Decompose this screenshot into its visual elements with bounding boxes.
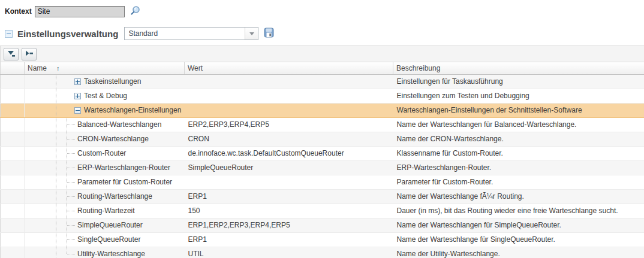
context-bar: Kontext — [5, 5, 644, 18]
tree-connector — [67, 225, 75, 226]
section-collapse-icon[interactable] — [5, 30, 13, 38]
setting-value: ERP1 — [185, 232, 393, 247]
setting-name: SingleQueueRouter — [25, 235, 185, 244]
setting-value — [185, 89, 393, 103]
table-row[interactable]: Test & Debug Einstellungen zum Testen un… — [1, 89, 644, 103]
tree-connector — [67, 168, 75, 168]
save-button[interactable] — [264, 28, 274, 40]
search-icon — [130, 5, 141, 17]
setting-value: ERP1 — [185, 189, 393, 204]
header-spacer — [1, 62, 25, 74]
table-row[interactable]: ERP-Warteschlangen-Router SimpleQueueRou… — [1, 160, 644, 175]
table-row[interactable]: SingleQueueRouter ERP1 Name der Wartesch… — [1, 232, 644, 247]
tree-guide — [56, 175, 56, 189]
setting-name: Custom-Router — [25, 149, 185, 157]
setting-description: Parameter für Custom-Router. — [393, 175, 644, 189]
section-title: Einstellungsverwaltung — [17, 29, 118, 39]
setting-description: Name der CRON-Warteschlange. — [393, 132, 644, 146]
sort-ascending-icon: ↑ — [56, 65, 60, 72]
tree-guide — [67, 247, 67, 254]
expand-row-icon — [25, 50, 34, 59]
setting-name: Warteschlangen-Einstellungen — [25, 106, 185, 114]
tree-guide — [56, 190, 56, 204]
setting-value: CRON — [185, 132, 393, 146]
grid-toolbar — [0, 45, 644, 62]
tree-guide — [56, 233, 56, 247]
setting-description: Name der Utility-Warteschlange. — [393, 247, 644, 258]
setting-name: Test & Debug — [25, 92, 185, 100]
table-row[interactable]: Custom-Router de.innoface.wc.task.Defaul… — [1, 146, 644, 160]
context-input[interactable] — [35, 6, 125, 17]
setting-description: ERP-Warteschlangen-Router. — [393, 160, 644, 175]
context-label: Kontext — [5, 7, 32, 16]
tree-connector — [67, 196, 75, 197]
column-header-beschreibung[interactable]: Beschreibung — [393, 62, 644, 74]
collapse-icon[interactable] — [74, 107, 81, 114]
tree-guide — [56, 204, 56, 218]
dropdown-arrow-icon[interactable] — [245, 28, 258, 40]
setting-name: CRON-Warteschlange — [25, 135, 185, 143]
setting-value — [185, 175, 393, 189]
tree-guide — [56, 147, 56, 160]
setting-name: Utility-Warteschlange — [25, 250, 185, 258]
expand-icon[interactable] — [74, 78, 81, 85]
column-header-name[interactable]: Name↑ — [25, 62, 185, 74]
setting-name: ERP-Warteschlangen-Router — [25, 163, 185, 172]
preset-select[interactable]: Standard — [124, 27, 258, 40]
setting-description: Name der Warteschlangen für Balanced-War… — [393, 117, 644, 132]
setting-name: SimpleQueueRouter — [25, 221, 185, 229]
tree-guide — [56, 247, 56, 258]
expand-row-button[interactable] — [22, 48, 37, 60]
tree-guide — [56, 132, 56, 146]
table-row-selected[interactable]: Warteschlangen-Einstellungen Warteschlan… — [1, 103, 644, 117]
tree-connector — [67, 254, 75, 254]
setting-value: UTIL — [185, 247, 393, 258]
table-row[interactable]: Routing-Wartezeit 150 Dauer (in ms), bit… — [1, 204, 644, 218]
table-row[interactable]: Routing-Warteschlange ERP1 Name der Wart… — [1, 189, 644, 204]
setting-description: Einstellungen für Taskausführung — [393, 74, 644, 89]
setting-value: de.innoface.wc.task.DefaultCustomQueueRo… — [185, 146, 393, 160]
column-header-wert[interactable]: Wert — [185, 62, 393, 74]
tree-connector — [67, 153, 75, 154]
setting-description: Warteschlangen-Einstellungen der Schnitt… — [393, 103, 644, 117]
setting-description: Dauer (in ms), bit das Routing wieder ei… — [393, 204, 644, 218]
tree-guide — [56, 118, 56, 132]
setting-name: Taskeinstellungen — [25, 77, 185, 86]
tree-guide — [56, 104, 56, 117]
setting-name: Balanced-Warteschlangen — [25, 120, 185, 129]
setting-description: Klassenname für Custom-Router. — [393, 146, 644, 160]
table-row[interactable]: Balanced-Warteschlangen ERP2,ERP3,ERP4,E… — [1, 117, 644, 132]
setting-description: Einstellungen zum Testen und Debugging — [393, 89, 644, 103]
setting-description: Name der Warteschlangen für SimpleQueueR… — [393, 218, 644, 232]
setting-value — [185, 103, 393, 117]
setting-name: Routing-Warteschlange — [25, 192, 185, 201]
setting-value: ERP2,ERP3,ERP4,ERP5 — [185, 117, 393, 132]
section-header: Einstellungsverwaltung Standard — [5, 26, 644, 41]
table-row[interactable]: CRON-Warteschlange CRON Name der CRON-Wa… — [1, 132, 644, 146]
table-row[interactable]: Taskeinstellungen Einstellungen für Task… — [1, 74, 644, 89]
tree-guide — [56, 75, 56, 89]
setting-description: Name der Warteschlange für SingleQueueRo… — [393, 232, 644, 247]
tree-connector — [67, 239, 75, 240]
tree-connector — [67, 182, 75, 183]
setting-description: Name der Warteschlange fÃ¼r Routing. — [393, 189, 644, 204]
setting-value: 150 — [185, 204, 393, 218]
table-header-row: Name↑ Wert Beschreibung — [1, 62, 644, 74]
setting-value: ERP1,ERP2,ERP3,ERP4,ERP5 — [185, 218, 393, 232]
tree-connector — [67, 211, 75, 211]
tree-connector — [67, 139, 75, 139]
tree-guide — [56, 218, 56, 232]
table-row[interactable]: Parameter für Custom-Router Parameter fü… — [1, 175, 644, 189]
collapse-all-icon — [7, 50, 16, 59]
collapse-all-button[interactable] — [4, 48, 19, 60]
setting-name: Parameter für Custom-Router — [25, 178, 185, 186]
table-row[interactable]: Utility-Warteschlange UTIL Name der Util… — [1, 247, 644, 258]
search-button[interactable] — [130, 5, 141, 17]
setting-name: Routing-Wartezeit — [25, 207, 185, 215]
expand-icon[interactable] — [74, 93, 81, 99]
setting-value — [185, 74, 393, 89]
save-icon — [264, 28, 274, 40]
tree-guide — [56, 161, 56, 175]
table-row[interactable]: SimpleQueueRouter ERP1,ERP2,ERP3,ERP4,ER… — [1, 218, 644, 232]
settings-table: Name↑ Wert Beschreibung Taskeinstellunge… — [0, 62, 644, 258]
